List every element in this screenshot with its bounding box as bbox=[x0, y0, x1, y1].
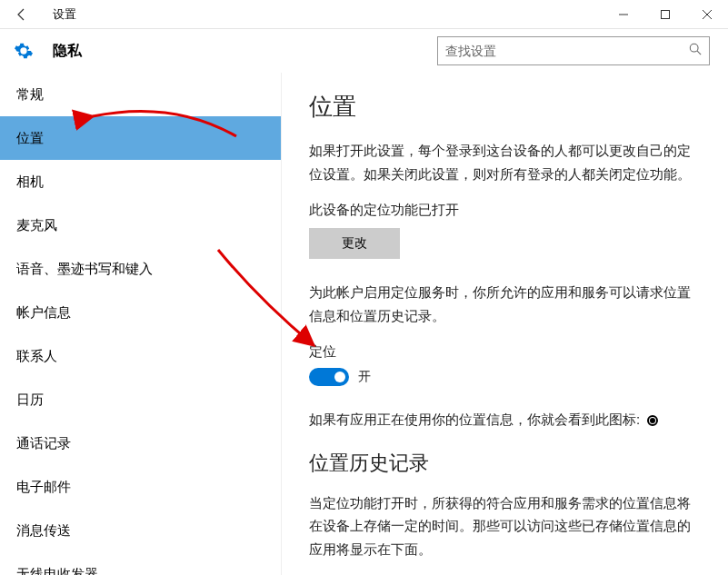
account-desc: 为此帐户启用定位服务时，你所允许的应用和服务可以请求位置信息和位置历史记录。 bbox=[309, 281, 701, 327]
sidebar-item[interactable]: 常规 bbox=[0, 73, 281, 116]
change-button[interactable]: 更改 bbox=[309, 228, 400, 259]
search-box[interactable] bbox=[437, 36, 710, 65]
titlebar: 设置 bbox=[0, 0, 728, 29]
sidebar-item[interactable]: 日历 bbox=[0, 378, 281, 421]
svg-point-4 bbox=[690, 44, 698, 52]
device-status: 此设备的定位功能已打开 bbox=[309, 202, 701, 219]
toggle-label: 定位 bbox=[309, 343, 701, 361]
gear-icon bbox=[13, 40, 35, 62]
history-heading: 位置历史记录 bbox=[309, 450, 701, 477]
history-text: 当定位功能打开时，所获得的符合应用和服务需求的位置信息将在设备上存储一定的时间。… bbox=[309, 491, 701, 561]
content-pane: 位置 如果打开此设置，每个登录到这台设备的人都可以更改自己的定位设置。如果关闭此… bbox=[282, 73, 728, 575]
sidebar-item[interactable]: 联系人 bbox=[0, 334, 281, 378]
toggle-state: 开 bbox=[358, 369, 371, 385]
usage-text: 如果有应用正在使用你的位置信息，你就会看到此图标: bbox=[309, 408, 701, 431]
sidebar: 常规位置相机麦克风语音、墨迹书写和键入帐户信息联系人日历通话记录电子邮件消息传送… bbox=[0, 73, 282, 575]
svg-rect-1 bbox=[662, 10, 670, 18]
content-heading: 位置 bbox=[309, 91, 701, 123]
search-icon bbox=[689, 43, 702, 59]
sidebar-item[interactable]: 无线电收发器 bbox=[0, 552, 281, 575]
page-title: 隐私 bbox=[53, 42, 437, 61]
location-indicator-icon bbox=[647, 415, 658, 426]
sidebar-item[interactable]: 语音、墨迹书写和键入 bbox=[0, 247, 281, 291]
sidebar-item[interactable]: 电子邮件 bbox=[0, 465, 281, 509]
sidebar-item[interactable]: 位置 bbox=[0, 116, 281, 160]
intro-text: 如果打开此设置，每个登录到这台设备的人都可以更改自己的定位设置。如果关闭此设置，… bbox=[309, 139, 701, 185]
sidebar-item[interactable]: 消息传送 bbox=[0, 509, 281, 552]
header: 隐私 bbox=[0, 29, 728, 73]
search-input[interactable] bbox=[445, 44, 689, 58]
window-controls bbox=[603, 0, 728, 29]
close-button[interactable] bbox=[686, 0, 728, 29]
sidebar-item[interactable]: 通话记录 bbox=[0, 421, 281, 465]
maximize-button[interactable] bbox=[644, 0, 686, 29]
back-button[interactable] bbox=[0, 0, 44, 29]
svg-line-5 bbox=[697, 51, 701, 55]
sidebar-item[interactable]: 帐户信息 bbox=[0, 291, 281, 334]
location-toggle[interactable] bbox=[309, 368, 349, 386]
sidebar-item[interactable]: 麦克风 bbox=[0, 203, 281, 247]
window-title: 设置 bbox=[44, 6, 603, 23]
sidebar-item[interactable]: 相机 bbox=[0, 160, 281, 203]
minimize-button[interactable] bbox=[603, 0, 644, 29]
